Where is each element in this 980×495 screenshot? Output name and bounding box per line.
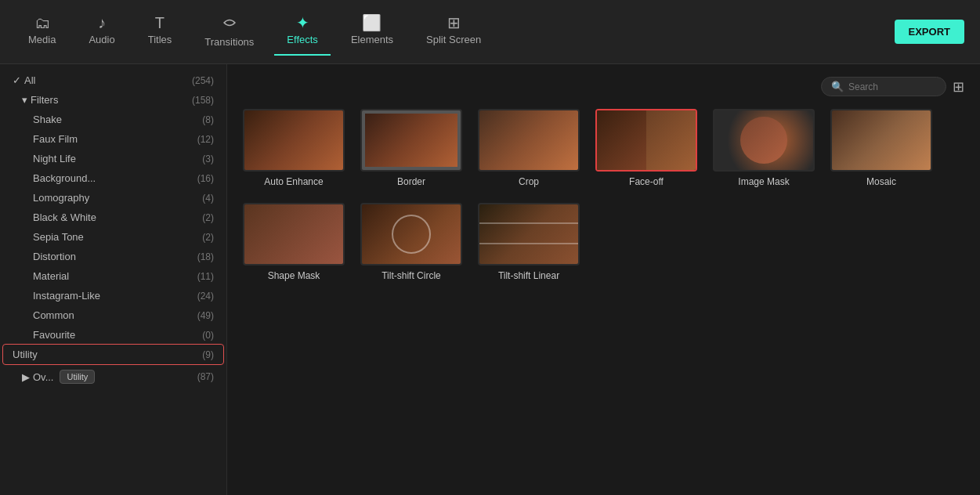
sidebar-item-all[interactable]: ✓ All (254) [0,70,226,90]
sidebar-item-distortion[interactable]: Distortion (18) [0,247,226,266]
sidebar-item-background[interactable]: Background... (16) [0,168,226,188]
sidebar: ✓ All (254) ▾ Filters (158) Shake (8) Fa… [0,64,227,495]
nav-item-splitscreen[interactable]: ⊞ Split Screen [414,9,494,56]
nav-item-transitions[interactable]: Transitions [192,9,266,56]
sidebar-item-instagram-like[interactable]: Instagram-Like (24) [0,286,226,305]
media-icon: 🗂 [34,15,50,31]
grid-view-icon[interactable]: ⊞ [953,78,964,96]
sidebar-item-lomography[interactable]: Lomography (4) [0,188,226,208]
effects-grid: Auto Enhance Border Crop [243,109,964,281]
effect-item-shape-mask[interactable]: Shape Mask [243,203,345,281]
sidebar-item-common[interactable]: Common (49) [0,305,226,325]
titles-icon: T [155,15,165,31]
all-label: ✓ All [13,74,35,86]
nav-label-audio: Audio [89,34,114,45]
nav-label-elements: Elements [351,34,393,45]
effect-thumb-crop [478,109,580,172]
effect-label-shape-mask: Shape Mask [268,270,320,281]
sidebar-item-filters[interactable]: ▾ Filters (158) [0,90,226,110]
sidebar-item-overlay[interactable]: ▶ Ov... Utility (87) [0,366,226,388]
effect-thumb-shape-mask [243,203,345,266]
effect-thumb-border [360,109,462,172]
audio-icon: ♪ [98,15,106,31]
nav-item-titles[interactable]: T Titles [136,9,185,56]
nav-item-effects[interactable]: ✦ Effects [274,9,331,56]
nav-label-media: Media [28,34,56,45]
topbar: 🗂 Media ♪ Audio T Titles Transitions ✦ E… [0,0,980,64]
effect-item-auto-enhance[interactable]: Auto Enhance [243,109,345,187]
main-layout: ✓ All (254) ▾ Filters (158) Shake (8) Fa… [0,64,980,495]
nav-label-splitscreen: Split Screen [426,34,481,45]
filters-label: ▾ Filters [22,94,58,106]
nav-item-audio[interactable]: ♪ Audio [76,9,127,56]
nav-bar: 🗂 Media ♪ Audio T Titles Transitions ✦ E… [16,9,895,56]
nav-item-media[interactable]: 🗂 Media [16,9,68,56]
transitions-icon [222,15,237,33]
effect-thumb-auto-enhance [243,109,345,172]
sidebar-item-black-white[interactable]: Black & White (2) [0,208,226,227]
nav-label-transitions: Transitions [204,36,254,48]
sidebar-item-sepia-tone[interactable]: Sepia Tone (2) [0,227,226,247]
search-icon: 🔍 [831,81,844,92]
content-area: 🔍 ⊞ Auto Enhance Border [227,64,980,495]
effect-label-image-mask: Image Mask [738,176,789,187]
effect-label-mosaic: Mosaic [866,176,896,187]
effect-label-tilt-linear: Tilt-shift Linear [498,270,559,281]
effect-thumb-tilt-circle [360,203,462,266]
sidebar-item-night-life[interactable]: Night Life (3) [0,149,226,168]
effect-label-crop: Crop [519,176,539,187]
effect-label-border: Border [397,176,425,187]
utility-tooltip: Utility [60,370,95,384]
search-box[interactable]: 🔍 [821,77,946,96]
effect-thumb-mosaic [830,109,932,172]
overlay-label: ▶ Ov... Utility [22,370,95,384]
effect-label-face-off: Face-off [629,176,664,187]
content-header: 🔍 ⊞ [243,77,964,96]
effect-thumb-image-mask [713,109,815,172]
effect-item-image-mask[interactable]: Image Mask [713,109,815,187]
effect-label-auto-enhance: Auto Enhance [264,176,323,187]
nav-item-elements[interactable]: ⬜ Elements [338,9,406,56]
nav-label-titles: Titles [148,34,172,45]
search-input[interactable] [848,81,936,92]
nav-label-effects: Effects [287,34,318,45]
elements-icon: ⬜ [362,15,382,31]
sidebar-item-faux-film[interactable]: Faux Film (12) [0,129,226,149]
sidebar-item-favourite[interactable]: Favourite (0) [0,325,226,345]
effect-item-crop[interactable]: Crop [478,109,580,187]
effect-item-tilt-linear[interactable]: Tilt-shift Linear [478,203,580,281]
effects-icon: ✦ [296,15,309,31]
sidebar-item-material[interactable]: Material (11) [0,266,226,286]
effect-item-face-off[interactable]: Face-off [595,109,697,187]
sidebar-item-shake[interactable]: Shake (8) [0,110,226,129]
splitscreen-icon: ⊞ [447,15,461,31]
effect-thumb-tilt-linear [478,203,580,266]
effect-item-tilt-circle[interactable]: Tilt-shift Circle [360,203,462,281]
sidebar-item-utility[interactable]: Utility (9) [3,345,223,364]
effect-item-border[interactable]: Border [360,109,462,187]
effect-item-mosaic[interactable]: Mosaic [830,109,932,187]
export-button[interactable]: EXPORT [895,20,964,44]
effect-label-tilt-circle: Tilt-shift Circle [382,270,441,281]
effect-thumb-face-off [595,109,697,172]
